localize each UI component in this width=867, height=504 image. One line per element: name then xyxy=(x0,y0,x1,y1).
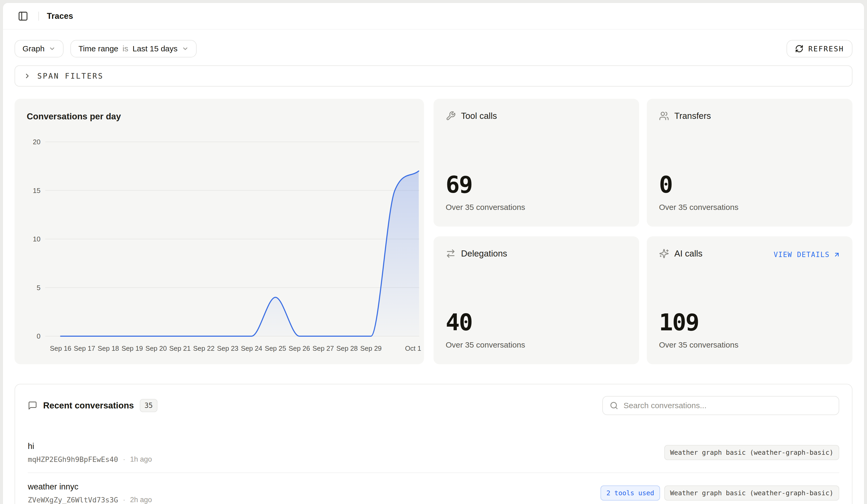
filters-toolbar: Graph Time range is Last 15 days REFRESH xyxy=(3,40,864,57)
stat-card-delegations: Delegations 40 Over 35 conversations xyxy=(434,236,639,364)
view-details-link[interactable]: VIEW DETAILS xyxy=(773,251,840,259)
arrow-up-right-icon xyxy=(833,251,840,258)
page-title: Traces xyxy=(47,11,73,21)
stat-value: 0 xyxy=(659,175,840,195)
svg-text:10: 10 xyxy=(33,235,41,243)
span-filters-label: SPAN FILTERS xyxy=(37,72,104,81)
svg-text:Sep 29: Sep 29 xyxy=(360,345,382,352)
stat-label: Transfers xyxy=(674,111,711,121)
svg-text:5: 5 xyxy=(37,284,41,292)
stat-label: Tool calls xyxy=(461,111,497,121)
svg-text:Sep 27: Sep 27 xyxy=(312,345,334,352)
conversation-timestamp: 1h ago xyxy=(130,455,152,463)
dashboard: Conversations per day 05101520 Sep 16Sep… xyxy=(3,99,864,364)
conversation-list: hi mqHZP2EGh9h9BpFEwEs40 · 1h ago Weathe… xyxy=(28,432,839,504)
svg-text:Sep 26: Sep 26 xyxy=(289,345,310,352)
view-selector-label: Graph xyxy=(22,44,44,53)
stats-grid: Tool calls 69 Over 35 conversations Tran… xyxy=(434,99,853,364)
recent-conversations-header: Recent conversations 35 xyxy=(28,396,839,415)
view-selector-dropdown[interactable]: Graph xyxy=(14,40,64,57)
conversation-row[interactable]: hi mqHZP2EGh9h9BpFEwEs40 · 1h ago Weathe… xyxy=(28,432,839,473)
span-filters-expander[interactable]: SPAN FILTERS xyxy=(14,65,853,87)
stat-caption: Over 35 conversations xyxy=(659,203,840,212)
tools-used-tag: 2 tools used xyxy=(600,485,660,501)
svg-text:Sep 25: Sep 25 xyxy=(265,345,286,352)
svg-text:Sep 17: Sep 17 xyxy=(74,345,95,352)
search-conversations-box[interactable] xyxy=(602,396,839,415)
sparkles-icon xyxy=(659,248,669,259)
svg-text:Sep 28: Sep 28 xyxy=(336,345,358,352)
meta-separator-dot: · xyxy=(123,455,125,463)
time-range-operator: is xyxy=(122,44,128,53)
wrench-icon xyxy=(446,111,456,121)
search-conversations-input[interactable] xyxy=(623,401,832,410)
panel-left-icon xyxy=(18,11,28,21)
conversation-row[interactable]: weather innyc ZVeWXgZy_Z6WltVd73s3G · 2h… xyxy=(28,473,839,504)
svg-text:Sep 18: Sep 18 xyxy=(98,345,119,352)
stat-caption: Over 35 conversations xyxy=(446,203,627,212)
app-surface: Traces Graph Time range is Last 15 days … xyxy=(3,3,864,504)
stat-label: Delegations xyxy=(461,248,507,259)
svg-text:Sep 21: Sep 21 xyxy=(169,345,191,352)
stat-label: AI calls xyxy=(674,248,703,259)
refresh-icon xyxy=(795,44,803,53)
chat-bubble-icon xyxy=(28,401,37,410)
stat-caption: Over 35 conversations xyxy=(659,340,840,350)
chevron-down-icon xyxy=(49,45,56,52)
chart-area-fill xyxy=(61,171,419,336)
svg-text:Sep 16: Sep 16 xyxy=(50,345,72,352)
svg-text:Sep 23: Sep 23 xyxy=(217,345,238,352)
swap-arrows-icon xyxy=(446,248,456,259)
search-icon xyxy=(610,401,618,410)
recent-conversations-title: Recent conversations xyxy=(43,400,134,410)
stat-value: 40 xyxy=(446,313,627,332)
svg-text:Sep 22: Sep 22 xyxy=(193,345,215,352)
chart-line xyxy=(61,171,419,336)
stat-card-transfers: Transfers 0 Over 35 conversations xyxy=(647,99,853,227)
agent-tag: Weather graph basic (weather-graph-basic… xyxy=(664,445,839,460)
svg-text:20: 20 xyxy=(33,138,41,146)
conversations-chart-card: Conversations per day 05101520 Sep 16Sep… xyxy=(14,99,424,364)
conversation-id: mqHZP2EGh9h9BpFEwEs40 xyxy=(28,455,118,463)
stat-card-tool-calls: Tool calls 69 Over 35 conversations xyxy=(434,99,639,227)
chevron-down-icon xyxy=(182,45,189,52)
svg-text:0: 0 xyxy=(37,332,41,340)
stat-value: 109 xyxy=(659,313,840,332)
refresh-label: REFRESH xyxy=(808,45,844,53)
sidebar-toggle-button[interactable] xyxy=(15,9,30,23)
conversation-title: hi xyxy=(28,441,152,451)
svg-text:Sep 19: Sep 19 xyxy=(121,345,143,352)
conversation-timestamp: 2h ago xyxy=(130,496,152,504)
chart-x-axis-labels: Sep 16Sep 17Sep 18Sep 19Sep 20Sep 21Sep … xyxy=(50,345,421,352)
stat-value: 69 xyxy=(446,175,627,195)
conversations-area-chart[interactable]: 05101520 Sep 16Sep 17Sep 18Sep 19Sep 20S… xyxy=(14,99,433,364)
recent-conversations-card: Recent conversations 35 hi mqHZP2EGh9h9B… xyxy=(14,384,853,504)
time-range-filter[interactable]: Time range is Last 15 days xyxy=(71,40,196,57)
header-divider xyxy=(39,12,39,21)
view-details-label: VIEW DETAILS xyxy=(773,251,830,259)
svg-text:Sep 24: Sep 24 xyxy=(241,345,262,352)
refresh-button[interactable]: REFRESH xyxy=(786,40,853,57)
meta-separator-dot: · xyxy=(123,496,125,504)
svg-text:Oct 1: Oct 1 xyxy=(405,345,421,352)
time-range-value: Last 15 days xyxy=(132,44,178,53)
agent-tag: Weather graph basic (weather-graph-basic… xyxy=(664,485,839,501)
svg-text:15: 15 xyxy=(33,186,41,195)
chart-y-axis-labels: 05101520 xyxy=(33,138,41,340)
stat-caption: Over 35 conversations xyxy=(446,340,627,350)
top-header: Traces xyxy=(3,3,864,29)
time-range-label: Time range xyxy=(78,44,118,53)
conversation-count-badge: 35 xyxy=(140,399,158,412)
chevron-right-icon xyxy=(23,72,31,80)
stat-card-ai-calls: AI calls VIEW DETAILS 109 Over 35 conver… xyxy=(647,236,853,364)
users-icon xyxy=(659,111,669,121)
chart-gridlines xyxy=(45,142,419,336)
svg-text:Sep 20: Sep 20 xyxy=(145,345,167,352)
conversation-title: weather innyc xyxy=(28,482,152,492)
conversation-id: ZVeWXgZy_Z6WltVd73s3G xyxy=(28,496,118,504)
